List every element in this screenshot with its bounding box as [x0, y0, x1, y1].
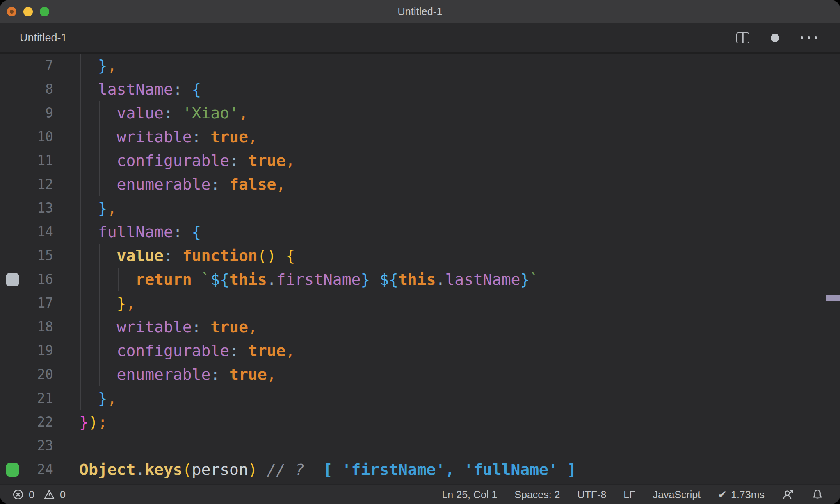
code-content[interactable]: configurable: true,: [53, 339, 840, 363]
code-line-21[interactable]: 21 },: [0, 386, 840, 410]
code-content[interactable]: Object.keys(person) // ? [ 'firstName', …: [53, 458, 840, 481]
line-number[interactable]: 20: [25, 363, 53, 386]
code-line-12[interactable]: 12 enumerable: false,: [0, 173, 840, 196]
indent-guide: [80, 101, 81, 125]
code-content[interactable]: },: [53, 196, 840, 220]
code-content[interactable]: lastName: {: [53, 77, 840, 101]
gutter-cell: [0, 410, 25, 434]
code-line-7[interactable]: 7 },: [0, 54, 840, 77]
indent-guide: [99, 125, 100, 149]
gutter-cell: [0, 339, 25, 363]
line-number[interactable]: 13: [25, 196, 53, 220]
eol-sequence[interactable]: LF: [623, 489, 635, 501]
notifications-bell-icon[interactable]: [811, 488, 824, 501]
code-content[interactable]: writable: true,: [53, 315, 840, 339]
code-line-16[interactable]: 16 return `${this.firstName} ${this.last…: [0, 268, 840, 291]
line-number[interactable]: 12: [25, 173, 53, 196]
line-number[interactable]: 17: [25, 291, 53, 315]
gutter-cell: [0, 196, 25, 220]
code-line-13[interactable]: 13 },: [0, 196, 840, 220]
quokka-perf[interactable]: ✔ 1.73ms: [718, 488, 765, 501]
code-line-23[interactable]: 23: [0, 434, 840, 458]
minimize-button[interactable]: [23, 7, 33, 16]
code-line-10[interactable]: 10 writable: true,: [0, 125, 840, 149]
line-number[interactable]: 22: [25, 410, 53, 434]
gutter-cell: [0, 54, 25, 77]
code-line-11[interactable]: 11 configurable: true,: [0, 149, 840, 173]
code-line-19[interactable]: 19 configurable: true,: [0, 339, 840, 363]
code-line-22[interactable]: 22});: [0, 410, 840, 434]
gutter-cell: [0, 173, 25, 196]
code-line-14[interactable]: 14 fullName: {: [0, 220, 840, 244]
code-line-8[interactable]: 8 lastName: {: [0, 77, 840, 101]
indent-guide: [99, 363, 100, 386]
code-content[interactable]: fullName: {: [53, 220, 840, 244]
check-icon: ✔: [718, 488, 727, 501]
indent-guide: [80, 363, 81, 386]
line-number[interactable]: 24: [25, 458, 53, 481]
indent-guide: [80, 77, 81, 101]
indent-guide: [80, 125, 81, 149]
code-content[interactable]: },: [53, 291, 840, 315]
code-line-18[interactable]: 18 writable: true,: [0, 315, 840, 339]
code-content[interactable]: value: function() {: [53, 244, 840, 268]
gutter-cell: [0, 77, 25, 101]
line-number[interactable]: 23: [25, 434, 53, 458]
cursor-position[interactable]: Ln 25, Col 1: [442, 489, 497, 501]
line-number[interactable]: 16: [25, 268, 53, 291]
line-number[interactable]: 19: [25, 339, 53, 363]
code-line-20[interactable]: 20 enumerable: true,: [0, 363, 840, 386]
code-content[interactable]: writable: true,: [53, 125, 840, 149]
overview-cursor-marker: [826, 295, 840, 301]
statusbar: 0 0 Ln 25, Col 1 Spaces: 2 UTF-8 LF Java…: [0, 484, 840, 504]
split-editor-icon[interactable]: [736, 32, 749, 43]
gutter-cell: [0, 315, 25, 339]
line-number[interactable]: 7: [25, 54, 53, 77]
problems-status[interactable]: 0 0: [12, 489, 66, 501]
indent-guide: [99, 244, 100, 268]
indent-guide: [99, 149, 100, 173]
tab-untitled-1[interactable]: Untitled-1: [20, 32, 67, 44]
close-button[interactable]: [7, 7, 16, 16]
line-number[interactable]: 9: [25, 101, 53, 125]
indent-guide: [80, 196, 81, 220]
editor[interactable]: 7 },8 lastName: {9 value: 'Xiao',10 writ…: [0, 54, 840, 484]
line-number[interactable]: 8: [25, 77, 53, 101]
perf-value: 1.73ms: [731, 489, 765, 501]
indent-guide: [99, 315, 100, 339]
indent-guide: [99, 339, 100, 363]
code-content[interactable]: [53, 434, 840, 458]
indentation[interactable]: Spaces: 2: [514, 489, 560, 501]
line-number[interactable]: 11: [25, 149, 53, 173]
warning-icon: [43, 489, 55, 500]
unsaved-dot: [10, 10, 14, 14]
code-line-17[interactable]: 17 },: [0, 291, 840, 315]
line-number[interactable]: 18: [25, 315, 53, 339]
gutter-cell: [0, 434, 25, 458]
code-line-24[interactable]: 24Object.keys(person) // ? [ 'firstName'…: [0, 458, 840, 481]
code-content[interactable]: });: [53, 410, 840, 434]
more-actions-icon[interactable]: [801, 36, 817, 39]
code-content[interactable]: },: [53, 54, 840, 77]
encoding[interactable]: UTF-8: [577, 489, 606, 501]
gutter-cell: [0, 244, 25, 268]
modified-dot-icon[interactable]: [771, 34, 779, 42]
zoom-button[interactable]: [40, 7, 49, 16]
code-content[interactable]: enumerable: true,: [53, 363, 840, 386]
line-number[interactable]: 21: [25, 386, 53, 410]
language-mode[interactable]: JavaScript: [653, 489, 701, 501]
line-number[interactable]: 10: [25, 125, 53, 149]
code-line-15[interactable]: 15 value: function() {: [0, 244, 840, 268]
code-line-9[interactable]: 9 value: 'Xiao',: [0, 101, 840, 125]
line-number[interactable]: 14: [25, 220, 53, 244]
line-number[interactable]: 15: [25, 244, 53, 268]
accounts-icon[interactable]: [782, 488, 794, 501]
code-content[interactable]: return `${this.firstName} ${this.lastNam…: [53, 268, 840, 291]
code-content[interactable]: },: [53, 386, 840, 410]
code-content[interactable]: value: 'Xiao',: [53, 101, 840, 125]
window-title: Untitled-1: [0, 6, 840, 18]
gutter-cell: [0, 268, 25, 291]
code-content[interactable]: enumerable: false,: [53, 173, 840, 196]
code-content[interactable]: configurable: true,: [53, 149, 840, 173]
overview-ruler-border: [826, 54, 826, 484]
